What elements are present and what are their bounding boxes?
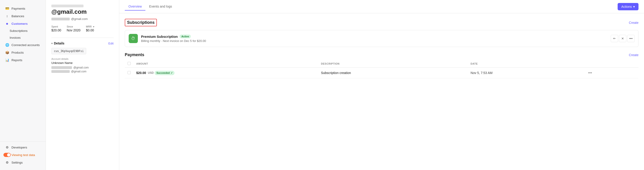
payment-amount: $20.00 USD Succeeded ✓ bbox=[134, 68, 318, 78]
customer-panel: @gmail.com @gmail.com Spent $20.00 Since… bbox=[46, 0, 119, 170]
connected-icon: 🌐 bbox=[5, 43, 9, 47]
actions-chevron-icon: ▾ bbox=[633, 5, 635, 8]
payment-description: Subscription creation bbox=[318, 68, 468, 78]
subscription-details: Premium Subscription Active Billing mont… bbox=[141, 35, 206, 43]
payments-table: AMOUNT DESCRIPTION DATE bbox=[125, 60, 638, 78]
payments-tbody: $20.00 USD Succeeded ✓ Subscription crea… bbox=[125, 68, 638, 78]
subscriptions-create-link[interactable]: Create bbox=[629, 21, 638, 24]
customer-email-secondary: @gmail.com bbox=[51, 17, 114, 21]
edit-link[interactable]: Edit bbox=[108, 42, 114, 45]
subscription-info: ⏱ Premium Subscription Active Billing mo… bbox=[129, 34, 206, 43]
th-description: DESCRIPTION bbox=[318, 60, 468, 68]
payment-row: $20.00 USD Succeeded ✓ Subscription crea… bbox=[125, 68, 638, 78]
details-section: ▾ Details Edit cus_IKpVwyqdI9DFsi Accoun… bbox=[51, 38, 114, 73]
sidebar-item-balances[interactable]: ↕ Balances bbox=[2, 12, 44, 20]
select-all-checkbox[interactable] bbox=[128, 62, 131, 65]
subscriptions-title: Subscriptions bbox=[125, 19, 157, 26]
right-content: Subscriptions Create ⏱ Premium Subscript… bbox=[119, 13, 644, 170]
th-actions bbox=[584, 60, 638, 68]
toggle-switch[interactable] bbox=[4, 153, 11, 157]
actions-button[interactable]: Actions ▾ bbox=[618, 3, 638, 10]
payments-thead: AMOUNT DESCRIPTION DATE bbox=[125, 60, 638, 68]
row-checkbox-cell bbox=[125, 68, 134, 78]
payments-title: Payments bbox=[125, 52, 144, 57]
customer-id: cus_IKpVwyqdI9DFsi bbox=[51, 48, 86, 54]
th-date: DATE bbox=[468, 60, 584, 68]
chevron-down-icon: ▾ bbox=[51, 42, 52, 45]
sidebar-item-customers[interactable]: ● Customers bbox=[2, 20, 44, 27]
payment-more: ••• bbox=[584, 68, 638, 78]
mrr-value: $0.00 bbox=[86, 28, 94, 32]
email-row-2: @gmail.com bbox=[51, 70, 114, 73]
test-data-toggle[interactable] bbox=[5, 153, 9, 157]
sidebar-item-settings[interactable]: ⚙ Settings bbox=[2, 159, 44, 166]
sidebar-item-payments[interactable]: 💳 Payments bbox=[2, 5, 44, 12]
account-details-label: Account details bbox=[51, 57, 114, 60]
since-value: Nov 2020 bbox=[67, 28, 80, 32]
settings-icon: ⚙ bbox=[5, 160, 9, 165]
sidebar: 💳 Payments ↕ Balances ● Customers Subscr… bbox=[0, 0, 46, 170]
main-content: @gmail.com @gmail.com Spent $20.00 Since… bbox=[46, 0, 644, 170]
account-name: Unknown Name bbox=[51, 61, 114, 65]
close-subscription-button[interactable]: ✕ bbox=[619, 35, 626, 42]
reports-icon: 📊 bbox=[5, 58, 9, 62]
edit-subscription-button[interactable]: ✏ bbox=[611, 35, 618, 42]
sidebar-item-viewing-test[interactable]: Viewing test data bbox=[2, 151, 44, 159]
spent-label: Spent bbox=[51, 25, 61, 28]
email-blur-2 bbox=[51, 70, 70, 73]
stat-since: Since Nov 2020 bbox=[67, 25, 80, 32]
mrr-chevron: ▾ bbox=[93, 25, 94, 28]
subscription-name: Premium Subscription Active bbox=[141, 35, 206, 38]
subscriptions-header: Subscriptions Create bbox=[125, 19, 638, 26]
th-checkbox bbox=[125, 60, 134, 68]
sidebar-item-connected[interactable]: 🌐 Connected accounts bbox=[2, 41, 44, 49]
customer-email-blur bbox=[51, 4, 84, 7]
sidebar-item-reports[interactable]: 📊 Reports bbox=[2, 56, 44, 64]
sidebar-item-developers[interactable]: ⚙ Developers bbox=[2, 144, 44, 151]
payments-header-row: AMOUNT DESCRIPTION DATE bbox=[125, 60, 638, 68]
row-checkbox[interactable] bbox=[128, 71, 131, 74]
details-toggle[interactable]: ▾ Details bbox=[51, 41, 64, 45]
stat-spent: Spent $20.00 bbox=[51, 25, 61, 32]
mrr-label: MRR ▾ bbox=[86, 25, 94, 28]
succeeded-badge: Succeeded ✓ bbox=[154, 71, 174, 75]
tab-overview[interactable]: Overview bbox=[125, 3, 146, 10]
customer-email-main: @gmail.com bbox=[51, 8, 114, 15]
right-header: Overview Events and logs Actions ▾ bbox=[119, 0, 644, 13]
payments-header: Payments Create bbox=[125, 52, 638, 57]
email-secondary-blur bbox=[51, 18, 70, 20]
payments-section: Payments Create AMOUNT D bbox=[125, 52, 638, 78]
active-badge: Active bbox=[180, 35, 191, 38]
subscription-card: ⏱ Premium Subscription Active Billing mo… bbox=[125, 30, 638, 47]
tabs: Overview Events and logs bbox=[125, 3, 176, 10]
more-subscription-button[interactable]: ••• bbox=[627, 35, 634, 42]
payments-icon: 💳 bbox=[5, 6, 9, 10]
right-panel: Overview Events and logs Actions ▾ Subsc… bbox=[119, 0, 644, 170]
currency-label: USD bbox=[148, 71, 154, 74]
sidebar-item-products[interactable]: 📦 Products bbox=[2, 49, 44, 56]
spent-value: $20.00 bbox=[51, 28, 61, 32]
since-label: Since bbox=[67, 25, 80, 28]
sidebar-item-invoices[interactable]: Invoices bbox=[2, 34, 44, 41]
balances-icon: ↕ bbox=[5, 14, 9, 18]
th-amount: AMOUNT bbox=[134, 60, 318, 68]
customers-icon: ● bbox=[5, 21, 9, 26]
customer-stats: Spent $20.00 Since Nov 2020 MRR ▾ $0.00 bbox=[51, 25, 114, 32]
email-row-1: @gmail.com bbox=[51, 66, 114, 69]
email-blur-1 bbox=[51, 66, 72, 69]
details-header: ▾ Details Edit bbox=[51, 41, 114, 45]
developers-icon: ⚙ bbox=[5, 145, 9, 149]
payment-date: Nov 5, 7:53 AM bbox=[468, 68, 584, 78]
products-icon: 📦 bbox=[5, 50, 9, 54]
sidebar-item-subscriptions[interactable]: Subscriptions bbox=[2, 27, 44, 34]
check-icon: ✓ bbox=[171, 71, 173, 74]
payments-create-link[interactable]: Create bbox=[629, 53, 638, 57]
tab-events[interactable]: Events and logs bbox=[146, 3, 176, 10]
subscription-icon: ⏱ bbox=[129, 34, 138, 43]
subscription-actions: ✏ ✕ ••• bbox=[611, 35, 634, 42]
subscription-billing: Billing monthly · Next invoice on Dec 5 … bbox=[141, 39, 206, 43]
stat-mrr: MRR ▾ $0.00 bbox=[86, 25, 94, 32]
payment-more-button[interactable]: ••• bbox=[586, 70, 594, 76]
